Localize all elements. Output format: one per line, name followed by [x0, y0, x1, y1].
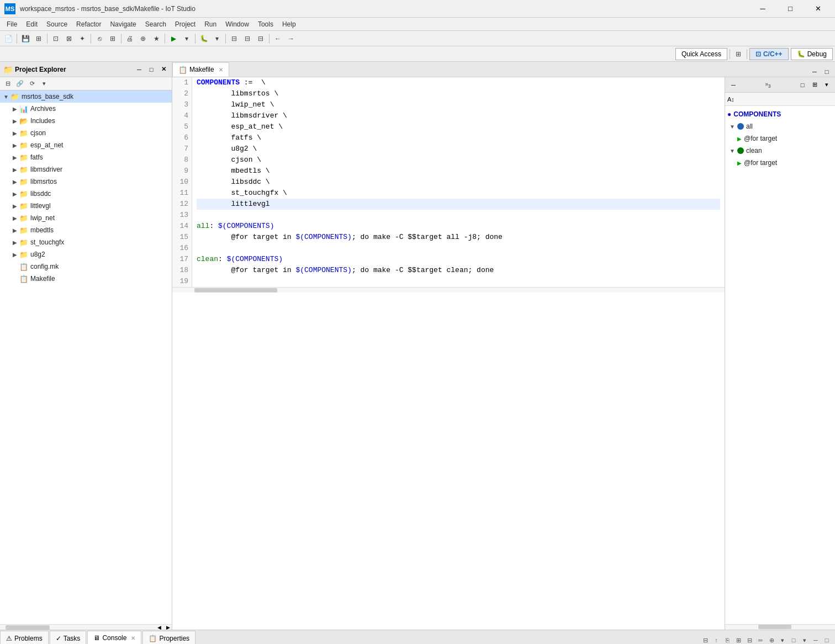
- rt-all-for-target[interactable]: ▶ @for target: [725, 132, 835, 145]
- tree-item-cjson[interactable]: ▶ 📁 cjson: [0, 127, 172, 139]
- menu-project[interactable]: Project: [171, 18, 200, 30]
- explorer-menu-btn[interactable]: ▾: [39, 79, 50, 89]
- tab-tasks[interactable]: ✓ Tasks: [50, 631, 87, 644]
- rt-clean-target[interactable]: ▼ clean: [725, 145, 835, 157]
- tree-item-libmsdriver[interactable]: ▶ 📁 libmsdriver: [0, 163, 172, 175]
- rt-all-target[interactable]: ▼ all: [725, 120, 835, 132]
- console-scroll-lock[interactable]: ⊟: [700, 635, 710, 644]
- console-pin[interactable]: ═: [755, 635, 765, 644]
- tree-item-mbedtls[interactable]: ▶ 📁 mbedtls: [0, 224, 172, 236]
- tree-item-makefile[interactable]: 📋 Makefile: [0, 273, 172, 285]
- sync-btn[interactable]: ⟳: [27, 79, 38, 89]
- tree-item-libmsrtos[interactable]: ▶ 📁 libmsrtos: [0, 175, 172, 188]
- right-panel-menu[interactable]: ▾: [822, 80, 832, 90]
- project-explorer-close[interactable]: ✕: [158, 65, 168, 74]
- menu-refactor[interactable]: Refactor: [72, 18, 105, 30]
- right-panel-minimize[interactable]: ─: [728, 80, 738, 90]
- console-clear[interactable]: □: [789, 635, 799, 644]
- toolbar-ref1[interactable]: ⊟: [228, 33, 240, 45]
- perspective-debug-button[interactable]: 🐛 Debug: [791, 48, 833, 60]
- tree-item-lwip-net[interactable]: ▶ 📁 lwip_net: [0, 212, 172, 224]
- editor-minimize-btn[interactable]: ─: [810, 67, 820, 77]
- code-editor[interactable]: 1 2 3 4 5 6 7 8 9 10 11 12 13 14: [172, 77, 725, 630]
- toolbar-btn-6[interactable]: ⎋: [93, 33, 105, 45]
- tab-problems[interactable]: ⚠ Problems: [0, 631, 49, 644]
- toolbar-btn-4[interactable]: ⊠: [63, 33, 75, 45]
- rt-clean-for-target[interactable]: ▶ @for target: [725, 157, 835, 169]
- right-panel-scrollbar-thumb[interactable]: [758, 625, 791, 629]
- minimize-button[interactable]: ─: [750, 1, 775, 17]
- editor-hscrollbar-thumb[interactable]: [194, 288, 277, 292]
- toolbar-btn-10[interactable]: ★: [150, 33, 162, 45]
- toolbar-save[interactable]: 💾: [19, 33, 31, 45]
- tab-properties[interactable]: 📋 Properties: [142, 631, 195, 644]
- toolbar-print[interactable]: 🖨: [124, 33, 136, 45]
- console-dd2[interactable]: ▾: [800, 635, 810, 644]
- right-panel-sort[interactable]: ⊞: [810, 80, 820, 90]
- tree-item-archives[interactable]: ▶ 📊 Archives: [0, 103, 172, 115]
- console-stack2[interactable]: ⊟: [744, 635, 754, 644]
- tree-item-includes[interactable]: ▶ 📂 Includes: [0, 115, 172, 127]
- menu-navigate[interactable]: Navigate: [105, 18, 140, 30]
- tree-item-esp-at-net[interactable]: ▶ 📁 esp_at_net: [0, 139, 172, 151]
- toolbar2-btn1[interactable]: ⊞: [732, 48, 744, 60]
- menu-run[interactable]: Run: [200, 18, 221, 30]
- collapse-all-btn[interactable]: ⊟: [2, 79, 13, 89]
- console-copy[interactable]: ⎘: [722, 635, 732, 644]
- toolbar-btn-3[interactable]: ⊡: [50, 33, 62, 45]
- toolbar-fwd[interactable]: →: [285, 33, 297, 45]
- link-editor-btn[interactable]: 🔗: [14, 79, 25, 89]
- toolbar-run[interactable]: ▶: [167, 33, 179, 45]
- scroll-right-btn[interactable]: ▶: [164, 625, 172, 630]
- menu-edit[interactable]: Edit: [22, 18, 42, 30]
- project-explorer-maximize[interactable]: □: [146, 65, 156, 74]
- tree-item-libsddc[interactable]: ▶ 📁 libsddc: [0, 188, 172, 200]
- toolbar-btn-9[interactable]: ⊕: [137, 33, 149, 45]
- right-panel-maximize[interactable]: □: [797, 80, 807, 90]
- right-panel-hscrollbar[interactable]: [725, 624, 835, 630]
- tree-item-st-touchgfx[interactable]: ▶ 📁 st_touchgfx: [0, 236, 172, 248]
- tree-root[interactable]: ▼ 📁 msrtos_base_sdk: [0, 91, 172, 103]
- console-dd[interactable]: ▾: [778, 635, 788, 644]
- perspective-cpp-button[interactable]: ⊡ C/C++: [749, 48, 789, 60]
- toolbar-save-all[interactable]: ⊞: [33, 33, 45, 45]
- console-scroll-up[interactable]: ↑: [711, 635, 721, 644]
- menu-source[interactable]: Source: [42, 18, 72, 30]
- scroll-left-btn[interactable]: ◀: [155, 625, 163, 630]
- toolbar-debug-dd[interactable]: ▾: [211, 33, 223, 45]
- tree-item-u8g2[interactable]: ▶ 📁 u8g2: [0, 248, 172, 260]
- console-new[interactable]: ⊕: [767, 635, 776, 644]
- close-button[interactable]: ✕: [805, 1, 831, 17]
- menu-tools[interactable]: Tools: [253, 18, 278, 30]
- toolbar-debug[interactable]: 🐛: [198, 33, 210, 45]
- toolbar-btn-7[interactable]: ⊞: [107, 33, 119, 45]
- tree-item-littlevgl[interactable]: ▶ 📁 littlevgl: [0, 200, 172, 212]
- quick-access-button[interactable]: Quick Access: [675, 48, 727, 60]
- project-explorer-hscrollbar[interactable]: ◀ ▶: [0, 624, 172, 630]
- project-explorer-minimize[interactable]: ─: [134, 65, 144, 74]
- menu-help[interactable]: Help: [278, 18, 300, 30]
- toolbar-ref2[interactable]: ⊟: [241, 33, 253, 45]
- tree-item-fatfs[interactable]: ▶ 📁 fatfs: [0, 151, 172, 163]
- console-tab-close[interactable]: ✕: [131, 635, 135, 641]
- console-maximize[interactable]: □: [822, 635, 832, 644]
- menu-search[interactable]: Search: [141, 18, 171, 30]
- editor-hscrollbar[interactable]: [172, 287, 725, 292]
- menu-file[interactable]: File: [2, 18, 22, 30]
- menu-window[interactable]: Window: [221, 18, 253, 30]
- tree-item-config-mk[interactable]: 📋 config.mk: [0, 260, 172, 273]
- editor-maximize-btn[interactable]: □: [822, 67, 832, 77]
- console-minimize[interactable]: ─: [811, 635, 821, 644]
- project-explorer-hscrollbar-thumb[interactable]: [6, 625, 50, 630]
- toolbar-ref3[interactable]: ⊟: [255, 33, 267, 45]
- toolbar-run-dd[interactable]: ▾: [181, 33, 193, 45]
- makefile-tab-close[interactable]: ✕: [219, 67, 223, 73]
- toolbar-back[interactable]: ←: [272, 33, 284, 45]
- tab-makefile[interactable]: 📋 Makefile ✕: [172, 62, 229, 77]
- toolbar-new[interactable]: 📄: [2, 33, 14, 45]
- tab-console[interactable]: 🖥 Console ✕: [87, 631, 141, 644]
- maximize-button[interactable]: □: [778, 1, 803, 17]
- toolbar-btn-5[interactable]: ✦: [76, 33, 88, 45]
- right-panel-sort-btn[interactable]: A↕: [727, 96, 734, 103]
- console-stack1[interactable]: ⊞: [733, 635, 743, 644]
